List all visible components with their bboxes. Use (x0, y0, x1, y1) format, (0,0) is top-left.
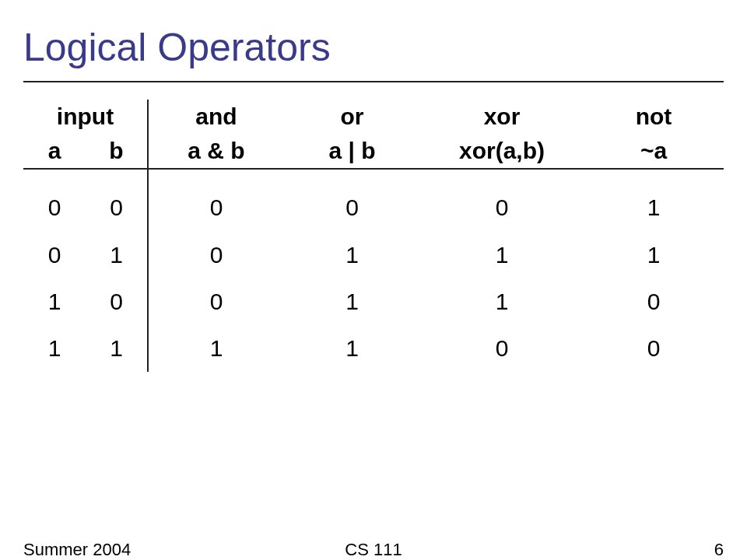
cell-a: 0 (23, 169, 86, 232)
cell-not: 0 (584, 278, 724, 325)
cell-not: 0 (584, 325, 724, 372)
col-header-input: input (23, 100, 148, 134)
cell-xor: 1 (420, 278, 584, 325)
cell-or: 1 (284, 232, 420, 278)
cell-xor: 0 (420, 325, 584, 372)
col-header-or: or (284, 100, 420, 134)
col-subheader-xor: xor(a,b) (420, 134, 584, 169)
col-header-and: and (148, 100, 284, 134)
cell-and: 0 (148, 278, 284, 325)
table-row: 1 1 1 1 0 0 (23, 325, 724, 372)
table-row: 1 0 0 1 1 0 (23, 278, 724, 325)
col-header-not: not (584, 100, 724, 134)
page-title: Logical Operators (23, 25, 331, 70)
cell-xor: 0 (420, 169, 584, 232)
cell-b: 0 (86, 278, 148, 325)
cell-a: 1 (23, 325, 86, 372)
cell-or: 1 (284, 325, 420, 372)
col-subheader-and: a & b (148, 134, 284, 169)
col-subheader-b: b (86, 134, 148, 169)
cell-not: 1 (584, 169, 724, 232)
truth-table: input and or xor not a b a & b a | b xor… (23, 100, 724, 372)
cell-or: 0 (284, 169, 420, 232)
table-subheader-row: a b a & b a | b xor(a,b) ~a (23, 134, 724, 169)
cell-and: 1 (148, 325, 284, 372)
cell-and: 0 (148, 232, 284, 278)
footer-right: 6 (714, 540, 724, 560)
cell-a: 1 (23, 278, 86, 325)
cell-and: 0 (148, 169, 284, 232)
cell-b: 0 (86, 169, 148, 232)
slide: Logical Operators input and or xor not a… (0, 0, 747, 560)
table-row: 0 1 0 1 1 1 (23, 232, 724, 278)
col-header-xor: xor (420, 100, 584, 134)
cell-xor: 1 (420, 232, 584, 278)
cell-or: 1 (284, 278, 420, 325)
cell-b: 1 (86, 325, 148, 372)
cell-b: 1 (86, 232, 148, 278)
table-header-row: input and or xor not (23, 100, 724, 134)
col-subheader-not: ~a (584, 134, 724, 169)
table-row: 0 0 0 0 0 1 (23, 169, 724, 232)
cell-not: 1 (584, 232, 724, 278)
title-rule (23, 81, 724, 82)
footer-center: CS 111 (23, 540, 724, 560)
col-subheader-a: a (23, 134, 86, 169)
col-subheader-or: a | b (284, 134, 420, 169)
cell-a: 0 (23, 232, 86, 278)
